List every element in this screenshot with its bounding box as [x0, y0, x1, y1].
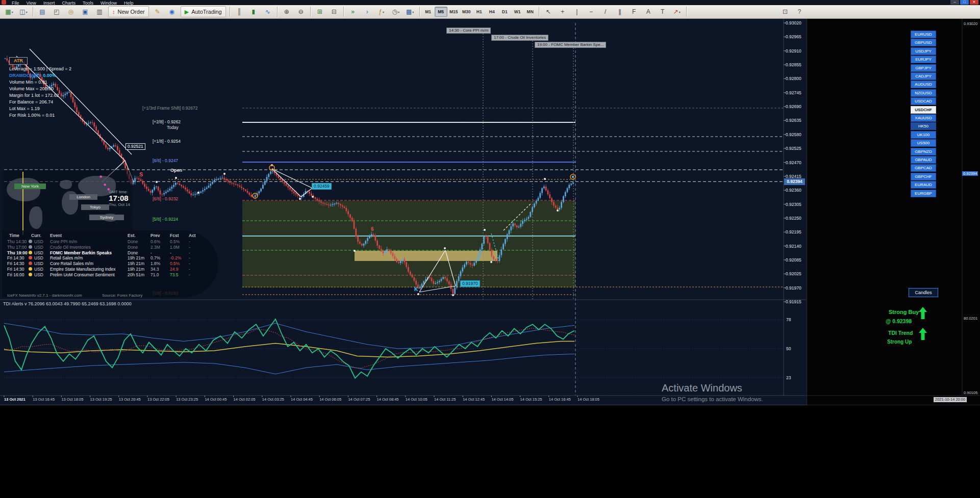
timeframe-h1[interactable]: H1	[473, 7, 486, 17]
news-cell: -0.2%	[170, 255, 181, 260]
zoom-out-icon[interactable]: ⊖	[294, 6, 308, 17]
symbol-button-gbpusd[interactable]: GBPUSD	[911, 39, 936, 46]
atr-row: For Risk 1.00% = 0.01	[9, 112, 71, 119]
symbol-button-gbpchf[interactable]: GBPCHF	[911, 173, 936, 180]
price-scale-label: 0.92470	[786, 160, 801, 165]
news-cell: Empire State Manufacturing Index	[50, 267, 116, 272]
symbol-button-audusd[interactable]: AUDUSD	[911, 81, 936, 88]
menu-help[interactable]: Help	[120, 0, 137, 5]
news-cell: -	[189, 261, 190, 266]
crosshair-icon[interactable]: +	[556, 6, 570, 17]
news-cell: FOMC Member Barkin Speaks	[50, 250, 112, 255]
timeframe-w1[interactable]: W1	[511, 7, 524, 17]
autotrading-glyph: ▶	[185, 9, 189, 15]
label-icon[interactable]: T	[656, 6, 670, 17]
menu-tools[interactable]: Tools	[79, 0, 97, 5]
menu-file[interactable]: File	[8, 0, 23, 5]
horizontal-line-icon[interactable]: −	[584, 6, 598, 17]
templates-icon-glyph: ▩	[406, 8, 412, 15]
cursor-icon[interactable]: ↖	[541, 6, 556, 17]
fibonacci-icon[interactable]: F	[627, 6, 641, 17]
equidistant-channel-icon[interactable]: ∥	[613, 6, 627, 17]
symbol-button-eurgbp[interactable]: EURGBP	[911, 190, 936, 197]
count-marker: 6	[371, 226, 374, 232]
secondary-current-price: 0.92394	[962, 171, 978, 176]
profiles-icon[interactable]: ◫▾	[16, 6, 31, 17]
app-icon[interactable]	[2, 0, 6, 5]
symbol-button-uk100[interactable]: UK100	[911, 131, 936, 139]
autotrading-button[interactable]: ▶AutoTrading	[181, 6, 226, 17]
symbol-button-usdchf[interactable]: USDCHF	[911, 106, 936, 114]
symbol-button-eurjpy[interactable]: EURJPY	[911, 56, 936, 63]
menu-charts[interactable]: Charts	[58, 0, 79, 5]
terminal-icon[interactable]: ▣	[78, 6, 92, 17]
session-sydney: Sydney	[89, 215, 124, 220]
strategy-tester-icon[interactable]: ▥	[92, 6, 107, 17]
help-icon[interactable]: ?	[792, 6, 807, 17]
line-chart-icon[interactable]: ∿	[261, 6, 275, 17]
metaeditor-icon[interactable]: ✎	[150, 6, 165, 17]
symbol-button-gbpjpy[interactable]: GBPJPY	[911, 64, 936, 72]
timeframe-m1[interactable]: M1	[422, 7, 435, 17]
trendline-icon[interactable]: /	[598, 6, 613, 17]
symbol-button-cadjpy[interactable]: CADJPY	[911, 72, 936, 80]
community-icon[interactable]: ◉	[165, 6, 179, 17]
tdi-scale-label: 50	[786, 346, 791, 351]
restore-button[interactable]: □	[960, 0, 969, 5]
timeframe-m15[interactable]: M15	[447, 7, 460, 17]
data-window-icon[interactable]: ◰	[49, 6, 64, 17]
news-cell: Retail Sales m/m	[50, 255, 83, 260]
symbol-button-eurusd[interactable]: EURUSD	[911, 31, 936, 38]
time-axis-label: 14 Oct 12:45	[463, 397, 485, 402]
tile-windows-icon[interactable]: ⊞	[313, 6, 327, 17]
symbol-button-us500[interactable]: US500	[911, 139, 936, 147]
close-button[interactable]: ✕	[970, 0, 978, 5]
docking-icon[interactable]: ⊡	[778, 6, 792, 17]
symbol-button-gbpcad[interactable]: GBPCAD	[911, 164, 936, 172]
toolbar-separator	[310, 7, 311, 17]
symbol-button-euraud[interactable]: EURAUD	[911, 181, 936, 189]
cascade-windows-icon[interactable]: ⊟	[327, 6, 341, 17]
indicators-icon[interactable]: ƒ▾	[374, 6, 389, 17]
timeframe-h4[interactable]: H4	[486, 7, 498, 17]
time-axis-label: 14 Oct 03:25	[262, 397, 284, 402]
vertical-line-icon[interactable]: |	[570, 6, 584, 17]
news-cell: 73.5	[170, 272, 179, 277]
secondary-chart-area[interactable]	[807, 19, 980, 405]
text-icon[interactable]: A	[641, 6, 656, 17]
menu-window[interactable]: Window	[97, 0, 120, 5]
chart-shift-icon[interactable]: ›	[360, 6, 374, 17]
periods-icon[interactable]: ◷▾	[389, 6, 403, 17]
symbol-button-xauusd[interactable]: XAUUSD	[911, 114, 936, 122]
timeframe-m5[interactable]: M5	[435, 7, 447, 17]
navigator-icon[interactable]: ◎	[64, 6, 78, 17]
timeframe-mn[interactable]: MN	[524, 7, 537, 17]
toolbar-separator	[419, 7, 420, 17]
symbol-button-usdcad[interactable]: USDCAD	[911, 97, 936, 105]
candles-toggle-button[interactable]: Candles	[909, 288, 938, 297]
symbol-button-nzdusd[interactable]: NZDUSD	[911, 89, 936, 97]
toolbar-separator	[277, 7, 278, 17]
symbol-button-usdjpy[interactable]: USDJPY	[911, 47, 936, 55]
label-icon-glyph: T	[661, 8, 664, 15]
toolbar-separator	[33, 7, 33, 17]
zoom-in-icon[interactable]: ⊕	[280, 6, 294, 17]
timeframe-d1[interactable]: D1	[498, 7, 511, 17]
news-cell: Fri 16:00	[7, 272, 24, 277]
price-scale-label: 0.92195	[786, 229, 801, 234]
candlestick-chart-icon[interactable]: ▮	[246, 6, 261, 17]
menu-view[interactable]: View	[23, 0, 40, 5]
auto-scroll-icon[interactable]: »	[346, 6, 360, 17]
symbol-button-gbpaud[interactable]: GBPAUD	[911, 156, 936, 164]
templates-icon[interactable]: ▩▾	[403, 6, 417, 17]
new-order-button[interactable]: ↕New Order	[108, 6, 149, 17]
new-chart-icon[interactable]: ▦▾	[2, 6, 16, 17]
menu-insert[interactable]: Insert	[40, 0, 59, 5]
market-watch-icon[interactable]: ▤	[35, 6, 49, 17]
minimize-button[interactable]: –	[950, 0, 959, 5]
symbol-button-gbpnzd[interactable]: GBPNZD	[911, 148, 936, 155]
bar-chart-icon[interactable]: ║	[232, 6, 246, 17]
timeframe-m30[interactable]: M30	[460, 7, 473, 17]
arrows-icon[interactable]: ↗▾	[670, 6, 684, 17]
symbol-button-hk50[interactable]: HK50	[911, 122, 936, 130]
